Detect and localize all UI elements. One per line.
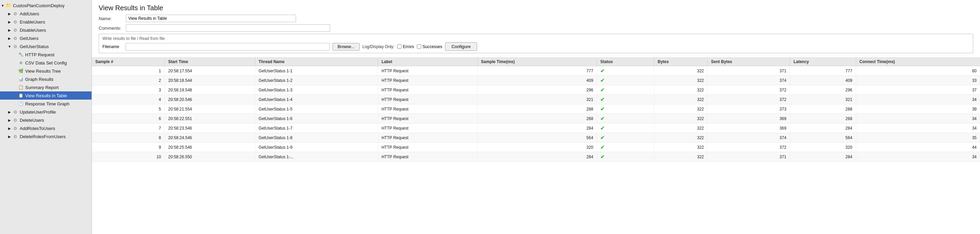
sidebar-item-enable-users[interactable]: ▶⚙EnableUsers <box>0 18 92 26</box>
expand-arrow-update-user-profile: ▶ <box>7 109 12 115</box>
sidebar-item-label-delete-roles-from-users: DeleteRolesFromUsers <box>20 134 66 139</box>
cell-0-2: GetUserStatus 1-1 <box>255 66 378 76</box>
cell-3-8: 321 <box>790 95 856 104</box>
cell-1-3: HTTP Request <box>378 76 477 85</box>
comments-row: Comments: <box>99 24 973 32</box>
cell-3-0: 4 <box>92 95 165 104</box>
sidebar-item-get-users[interactable]: ▶⚙GetUsers <box>0 34 92 42</box>
cell-6-3: HTTP Request <box>378 123 477 133</box>
sidebar: ▼📁CustosPlanCustomDeploy▶⚙AddUsers▶⚙Enab… <box>0 0 92 234</box>
sidebar-item-response-time-graph[interactable]: 🕐Response Time Graph <box>0 99 92 108</box>
cell-7-7: 374 <box>708 133 790 143</box>
cell-4-3: HTTP Request <box>378 104 477 114</box>
cell-2-0: 3 <box>92 85 165 95</box>
errors-checkbox[interactable] <box>397 44 401 49</box>
main-content: View Results in Table Name: Comments: Wr… <box>92 0 980 234</box>
cell-2-3: HTTP Request <box>378 85 477 95</box>
results-table-container: Sample #Start TimeThread NameLabelSample… <box>92 58 980 234</box>
cell-8-2: GetUserStatus 1-9 <box>255 143 378 152</box>
successes-checkbox-label[interactable]: Successes <box>417 44 442 49</box>
gear-icon: ⚙ <box>12 125 18 131</box>
sidebar-item-view-results-tree[interactable]: 🌿View Results Tree <box>0 67 92 75</box>
cell-0-1: 20:58:17.554 <box>165 66 255 76</box>
cell-3-1: 20:58:20.546 <box>165 95 255 104</box>
gear-icon: ⚙ <box>12 11 18 17</box>
cell-7-2: GetUserStatus 1-8 <box>255 133 378 143</box>
cell-4-8: 288 <box>790 104 856 114</box>
cell-1-6: 322 <box>654 76 708 85</box>
sidebar-item-add-roles-to-users[interactable]: ▶⚙AddRolesToUsers <box>0 124 92 132</box>
col-header-3: Label <box>378 58 477 66</box>
cell-9-1: 20:58:26.550 <box>165 152 255 162</box>
expand-arrow-view-results-tree <box>12 68 18 74</box>
sidebar-item-label-delete-users: DeleteUsers <box>20 118 44 123</box>
expand-arrow-enable-users: ▶ <box>7 19 12 24</box>
cell-1-5: ✔ <box>597 76 654 85</box>
cell-0-7: 371 <box>708 66 790 76</box>
sidebar-item-custos-plan[interactable]: ▼📁CustosPlanCustomDeploy <box>0 2 92 10</box>
comments-input[interactable] <box>126 24 330 32</box>
cell-7-1: 20:58:24.546 <box>165 133 255 143</box>
sidebar-item-label-view-results-tree: View Results Tree <box>25 69 61 74</box>
sidebar-item-http-request[interactable]: 🔧HTTP Request <box>0 50 92 59</box>
cell-3-7: 372 <box>708 95 790 104</box>
sidebar-item-label-view-results-table: View Results in Table <box>25 93 67 98</box>
status-icon: ✔ <box>600 96 605 103</box>
sidebar-item-get-user-status[interactable]: ▼⚙GetUserStatus <box>0 42 92 50</box>
expand-arrow-get-users: ▶ <box>7 35 12 41</box>
browse-button[interactable]: Browse... <box>332 43 360 50</box>
sidebar-item-summary-report[interactable]: 📋Summary Report <box>0 83 92 91</box>
sidebar-item-label-get-users: GetUsers <box>20 36 38 41</box>
folder-icon: 📁 <box>5 2 11 8</box>
sidebar-item-label-add-roles-to-users: AddRolesToUsers <box>20 126 55 131</box>
expand-arrow-disable-users: ▶ <box>7 27 12 33</box>
col-header-9: Connect Time(ms) <box>856 58 980 66</box>
sidebar-item-label-graph-results: Graph Results <box>25 77 53 82</box>
cell-9-7: 371 <box>708 152 790 162</box>
cell-6-4: 284 <box>477 123 597 133</box>
cell-6-6: 322 <box>654 123 708 133</box>
wrench-icon: 🔧 <box>18 51 24 58</box>
tree-icon: 🌿 <box>18 68 24 74</box>
configure-button[interactable]: Configure <box>445 42 477 51</box>
col-header-8: Latency <box>790 58 856 66</box>
successes-label: Successes <box>423 44 442 49</box>
cell-9-2: GetUserStatus 1-... <box>255 152 378 162</box>
cell-5-9: 34 <box>856 114 980 123</box>
header-row: Sample #Start TimeThread NameLabelSample… <box>92 58 980 66</box>
sidebar-item-add-users[interactable]: ▶⚙AddUsers <box>0 10 92 18</box>
cell-5-6: 322 <box>654 114 708 123</box>
cell-1-7: 374 <box>708 76 790 85</box>
cell-0-4: 777 <box>477 66 597 76</box>
col-header-6: Bytes <box>654 58 708 66</box>
table-row: 420:58:20.546GetUserStatus 1-4HTTP Reque… <box>92 95 980 104</box>
summary-icon: 📋 <box>18 84 24 90</box>
cell-4-9: 39 <box>856 104 980 114</box>
cell-5-0: 6 <box>92 114 165 123</box>
sidebar-item-graph-results[interactable]: 📊Graph Results <box>0 75 92 83</box>
expand-arrow-custos-plan: ▼ <box>0 3 5 8</box>
table-row: 820:58:24.546GetUserStatus 1-8HTTP Reque… <box>92 133 980 143</box>
page-header: View Results in Table Name: Comments: Wr… <box>92 0 980 58</box>
sidebar-item-update-user-profile[interactable]: ▶⚙UpdateUserProfile <box>0 108 92 116</box>
sidebar-item-disable-users[interactable]: ▶⚙DisableUsers <box>0 26 92 34</box>
cell-0-6: 322 <box>654 66 708 76</box>
sidebar-item-delete-roles-from-users[interactable]: ▶⚙DeleteRolesFromUsers <box>0 132 92 141</box>
filename-input[interactable] <box>126 43 330 50</box>
cell-0-9: 60 <box>856 66 980 76</box>
sidebar-item-view-results-table[interactable]: 📋View Results in Table <box>0 91 92 99</box>
sidebar-item-delete-users[interactable]: ▶⚙DeleteUsers <box>0 116 92 124</box>
successes-checkbox[interactable] <box>417 44 421 49</box>
cell-7-5: ✔ <box>597 133 654 143</box>
gear-icon: ⚙ <box>12 19 18 25</box>
col-header-1: Start Time <box>165 58 255 66</box>
errors-checkbox-label[interactable]: Errors <box>397 44 414 49</box>
sidebar-item-label-response-time-graph: Response Time Graph <box>25 101 69 106</box>
cell-1-0: 2 <box>92 76 165 85</box>
expand-arrow-http-request <box>12 52 18 57</box>
sidebar-item-csv-data-set[interactable]: ⚙CSV Data Set Config <box>0 59 92 67</box>
cell-2-5: ✔ <box>597 85 654 95</box>
cell-1-1: 20:58:18.544 <box>165 76 255 85</box>
cell-0-3: HTTP Request <box>378 66 477 76</box>
name-input[interactable] <box>126 14 296 22</box>
